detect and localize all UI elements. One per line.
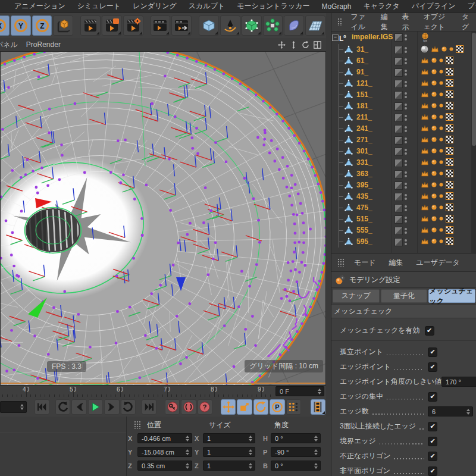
render-view-button[interactable] [80,15,101,36]
workplane-button[interactable] [305,15,325,36]
object-row[interactable]: 181_ [331,101,476,112]
tag-list[interactable] [421,102,453,109]
render-settings-button[interactable] [123,15,143,36]
coord-field-サイズ-Y[interactable]: 1 [203,447,255,457]
object-label[interactable]: 271_ [356,136,372,144]
coordinate-system-button[interactable] [53,15,73,36]
object-row[interactable]: 331_ [331,157,476,168]
visibility-toggles[interactable] [394,80,407,88]
object-manager-menu-ファイル[interactable]: ファイル [344,12,374,32]
coord-field-角度-B[interactable]: 0 ° [271,461,321,471]
prev-frame-button[interactable] [71,399,86,415]
3d-viewport[interactable]: FPS : 3.3 グリッド間隔 : 10 cm [0,51,326,386]
object-row[interactable]: 271_ [331,134,476,146]
coord-field-位置-X[interactable]: -0.466 cm [137,433,192,443]
spline-pen-button[interactable] [220,15,240,36]
object-row[interactable]: 363_ [331,168,476,180]
checkbox-エッジの集中[interactable]: ✔ [428,392,437,402]
object-row[interactable]: 515_ [331,214,476,225]
menu-item-モーショントラッカー[interactable]: モーショントラッカー [231,1,315,11]
attribute-manager-menu-編集[interactable]: 編集 [383,258,410,268]
object-label[interactable]: 61_ [356,57,368,65]
visibility-toggles[interactable] [394,136,407,145]
impeller-mesh-canvas[interactable] [1,52,325,385]
checkbox-3面以上接続したエッジ[interactable]: ✔ [428,422,437,431]
tag-list[interactable] [421,158,453,166]
visibility-toggles[interactable] [394,125,407,133]
viewport-menu-panel[interactable]: パネル [0,40,26,50]
next-frame-button[interactable] [104,399,119,415]
axis-x-lock-button[interactable]: X [0,15,10,36]
object-row[interactable]: 395_ [331,180,476,191]
generator-cube-button[interactable] [242,15,262,36]
tag-list[interactable]: igs [421,33,430,42]
object-manager-grip[interactable] [337,18,342,26]
mograph-object-button[interactable] [263,15,283,36]
visibility-toggles[interactable] [394,170,407,178]
object-label[interactable]: 31_ [356,45,368,54]
coord-field-角度-P[interactable]: -90 ° [271,447,321,457]
attribute-manager-menu-ユーザデータ[interactable]: ユーザデータ [410,258,466,268]
visibility-toggles[interactable] [394,193,407,201]
object-label[interactable]: 395_ [356,181,372,189]
object-row[interactable]: 475_ [331,202,476,214]
visibility-toggles[interactable] [394,102,407,111]
checkbox-メッシュチェックを有効[interactable]: ✔ [425,326,434,336]
coord-field-サイズ-Z[interactable]: 1 [203,461,255,471]
object-row[interactable]: 151_ [331,89,476,101]
object-row[interactable]: 435_ [331,191,476,202]
object-label[interactable]: 151_ [356,90,372,99]
attribute-manager-menu-モード[interactable]: モード [347,258,383,268]
animation-clip-1-button[interactable] [151,15,171,36]
current-frame-field[interactable]: 0 F [275,386,324,396]
tab-スナップ[interactable]: スナップ [333,289,380,303]
object-manager-menu-表示[interactable]: 表示 [396,12,417,32]
object-row[interactable]: 211_ [331,112,476,123]
object-row[interactable]: 61_ [331,55,476,67]
tag-list[interactable] [421,181,453,189]
zoom-view-icon[interactable] [290,41,298,49]
tag-list[interactable] [421,79,453,87]
checkbox-不正なポリゴン[interactable]: ✔ [428,452,437,461]
object-label[interactable]: 331_ [356,158,372,167]
menu-item-シミュレート[interactable]: シミュレート [71,1,127,11]
menu-item-スカルプト[interactable]: スカルプト [183,1,231,11]
timeline-film-button[interactable] [311,399,325,415]
object-label[interactable]: 475_ [356,203,372,212]
checkbox-境界エッジ[interactable]: ✔ [428,437,437,446]
object-row[interactable]: 91_ [331,67,476,78]
animation-clip-2-button[interactable] [171,15,192,36]
menu-item-パイプライン[interactable]: パイプライン [406,1,462,11]
timeline-ruler[interactable]: 4050607080900 F [0,386,326,398]
coord-field-位置-Z[interactable]: 0.35 cm [137,461,192,471]
axis-y-lock-button[interactable]: Y [11,15,31,36]
checkbox-非平面ポリゴン[interactable]: ✔ [428,466,437,476]
object-label[interactable]: 241_ [356,124,372,133]
rotate-tool-button[interactable] [253,399,268,415]
object-label[interactable]: 555_ [356,226,372,234]
object-row[interactable]: 241_ [331,123,476,134]
object-manager-menu-編集[interactable]: 編集 [374,12,396,32]
object-row[interactable]: 555_ [331,225,476,236]
object-label[interactable]: 301_ [356,147,372,155]
visibility-toggles[interactable] [394,68,407,77]
play-button[interactable] [88,399,103,415]
snap-dots-button[interactable] [286,399,301,415]
visibility-toggles[interactable] [394,159,407,167]
render-picture-viewer-button[interactable] [102,15,122,36]
expand-icon[interactable]: − [332,35,339,41]
object-label[interactable]: 211_ [356,113,372,121]
menu-item-アニメーション[interactable]: アニメーション [8,1,71,11]
visibility-toggles[interactable] [394,33,407,42]
tag-list[interactable] [421,170,453,177]
field-エッジ数[interactable]: 6 [428,406,473,416]
goto-start-button[interactable] [35,399,49,415]
tag-list[interactable] [421,226,453,234]
object-label[interactable]: 595_ [356,237,372,246]
record-question-button[interactable]: ? [198,399,212,415]
tag-list[interactable] [421,45,464,53]
menu-item-キャラクタ[interactable]: キャラクタ [357,1,405,11]
record-keyframe-button[interactable] [165,399,180,415]
coord-field-位置-Y[interactable]: -15.048 cm [137,447,192,457]
menu-item-プラグイン[interactable]: プラグイン [462,1,476,11]
